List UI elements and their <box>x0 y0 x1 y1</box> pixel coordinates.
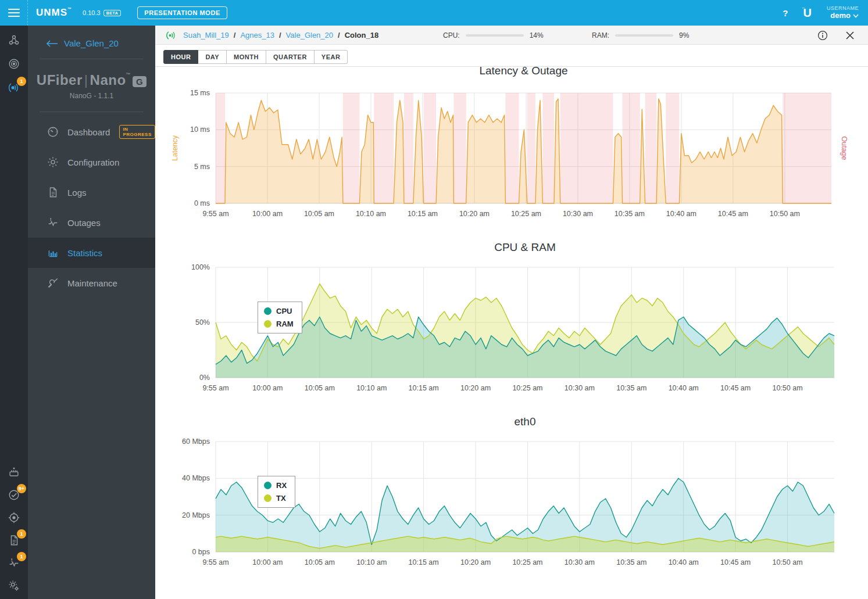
svg-text:40 Mbps: 40 Mbps <box>182 474 210 482</box>
breadcrumb-separator: / <box>338 31 340 40</box>
sidebar-item-label: Statistics <box>67 248 102 258</box>
sidebar-item-dashboard[interactable]: DashboardIN PROGRESS <box>28 117 155 147</box>
svg-text:10:00 am: 10:00 am <box>252 210 283 218</box>
svg-text:10:35 am: 10:35 am <box>616 558 646 566</box>
breadcrumb-link[interactable]: Agnes_13 <box>240 31 274 40</box>
legend-label: RX <box>276 481 287 490</box>
rail-tasks-icon[interactable]: 9+ <box>6 487 22 503</box>
sidebar-item-configuration[interactable]: Configuration <box>28 147 155 177</box>
ram-gauge: RAM: 9% <box>592 26 689 45</box>
legend-item: RX <box>264 481 287 490</box>
sidebar-item-label: Configuration <box>67 157 119 167</box>
svg-text:10:15 am: 10:15 am <box>409 384 439 392</box>
notification-badge: 9+ <box>17 484 26 493</box>
svg-text:100%: 100% <box>191 263 210 271</box>
legend-label: CPU <box>276 307 292 315</box>
svg-text:10:45 am: 10:45 am <box>718 210 748 218</box>
svg-text:0 ms: 0 ms <box>194 199 210 207</box>
svg-text:10:05 am: 10:05 am <box>305 384 335 392</box>
sidebar-item-outages[interactable]: Outages <box>28 207 155 238</box>
topbar-right: ? ··U USERNAME demo <box>783 5 868 20</box>
svg-text:10:50 am: 10:50 am <box>772 558 802 566</box>
svg-text:10:15 am: 10:15 am <box>408 210 438 218</box>
svg-text:eth0: eth0 <box>515 415 536 428</box>
cpu-value: 14% <box>530 31 544 40</box>
cpu-label: CPU: <box>443 31 460 40</box>
svg-text:9:55 am: 9:55 am <box>202 210 228 218</box>
sidebar-item-logs[interactable]: Logs <box>28 177 155 207</box>
arrow-left-icon <box>47 40 58 47</box>
sidebar-item-label: Maintenance <box>67 278 117 288</box>
sidebar-item-maintenance[interactable]: Maintenance <box>28 268 155 298</box>
user-name: demo <box>827 12 859 20</box>
sidebar-item-label: Outages <box>67 218 101 228</box>
sidebar-item-statistics[interactable]: Statistics <box>28 238 155 268</box>
rail-devices-icon[interactable]: 1 <box>6 80 22 95</box>
rail-firmware-icon[interactable] <box>6 465 22 480</box>
breadcrumb-separator: / <box>234 31 236 40</box>
svg-text:10:50 am: 10:50 am <box>770 210 800 218</box>
rail-discovery-icon[interactable] <box>6 510 22 525</box>
dashboard-icon <box>47 125 59 138</box>
maintenance-icon <box>47 277 59 289</box>
help-icon[interactable]: ? <box>783 8 788 18</box>
rail-top-icons: 1 <box>0 33 28 95</box>
icon-rail: 1 9+11 <box>0 26 28 599</box>
rail-settings-icon[interactable] <box>6 578 22 593</box>
main-content: Suah_Mill_19/Agnes_13/Vale_Glen_20/Colon… <box>155 26 868 599</box>
back-to-site-link[interactable]: Vale_Glen_20 <box>28 26 155 59</box>
rail-logs-icon[interactable]: 1 <box>6 533 22 548</box>
g-badge: G <box>133 76 147 87</box>
notification-badge: 1 <box>17 529 26 539</box>
legend-item: TX <box>264 494 287 503</box>
legend-label: TX <box>276 494 286 503</box>
svg-text:0%: 0% <box>199 374 210 382</box>
device-menu: DashboardIN PROGRESSConfigurationLogsOut… <box>28 117 155 298</box>
cpu-progress-bar <box>466 34 524 37</box>
svg-text:10:00 am: 10:00 am <box>252 384 283 392</box>
svg-text:Latency & Outage: Latency & Outage <box>479 64 567 77</box>
logs-doc-icon <box>47 186 59 199</box>
hamburger-menu-icon[interactable] <box>0 0 28 26</box>
svg-text:10:45 am: 10:45 am <box>720 558 751 566</box>
legend-dot-icon <box>264 307 272 315</box>
rail-sites-icon[interactable] <box>6 33 22 48</box>
svg-text:10:25 am: 10:25 am <box>512 384 542 392</box>
legend-item: RAM <box>264 320 294 328</box>
breadcrumb-link[interactable]: Vale_Glen_20 <box>286 31 333 40</box>
svg-text:10:15 am: 10:15 am <box>409 558 439 566</box>
device-brand-logo: UFiber|Nano™G <box>28 59 155 91</box>
svg-text:15 ms: 15 ms <box>190 89 210 97</box>
close-icon[interactable] <box>844 30 856 41</box>
rail-outages-icon[interactable]: 1 <box>6 555 22 571</box>
presentation-mode-button[interactable]: PRESENTATION MODE <box>137 6 227 19</box>
legend-item: CPU <box>264 307 294 315</box>
svg-text:10:30 am: 10:30 am <box>565 384 595 392</box>
ubiquiti-logo-icon[interactable]: ··U <box>803 6 812 20</box>
svg-text:10:45 am: 10:45 am <box>720 384 751 392</box>
svg-text:60 Mbps: 60 Mbps <box>182 437 210 446</box>
divider <box>40 112 144 112</box>
info-icon[interactable] <box>817 30 828 41</box>
chevron-down-icon <box>853 14 859 18</box>
svg-text:Outage: Outage <box>840 136 848 160</box>
app-logo: UNMS™ <box>36 7 72 19</box>
svg-text:10:30 am: 10:30 am <box>563 210 593 218</box>
user-menu[interactable]: USERNAME demo <box>827 5 859 20</box>
rail-endpoints-icon[interactable] <box>6 56 22 71</box>
svg-text:10:05 am: 10:05 am <box>304 210 334 218</box>
svg-text:10:35 am: 10:35 am <box>615 210 645 218</box>
svg-text:10:10 am: 10:10 am <box>356 558 387 566</box>
statistics-icon <box>47 246 59 259</box>
in-progress-badge: IN PROGRESS <box>119 125 155 139</box>
beta-badge: BETA <box>103 10 122 16</box>
breadcrumb-link[interactable]: Suah_Mill_19 <box>183 31 229 40</box>
notification-badge: 1 <box>17 77 26 86</box>
svg-text:5 ms: 5 ms <box>194 163 210 171</box>
device-panel: Vale_Glen_20 UFiber|Nano™G NanoG - 1.1.1… <box>28 26 155 599</box>
back-label: Vale_Glen_20 <box>64 38 119 48</box>
svg-text:9:55 am: 9:55 am <box>202 384 228 392</box>
legend-label: RAM <box>276 320 294 328</box>
breadcrumb: Suah_Mill_19/Agnes_13/Vale_Glen_20/Colon… <box>165 26 378 45</box>
outages-wave-icon <box>47 216 59 229</box>
